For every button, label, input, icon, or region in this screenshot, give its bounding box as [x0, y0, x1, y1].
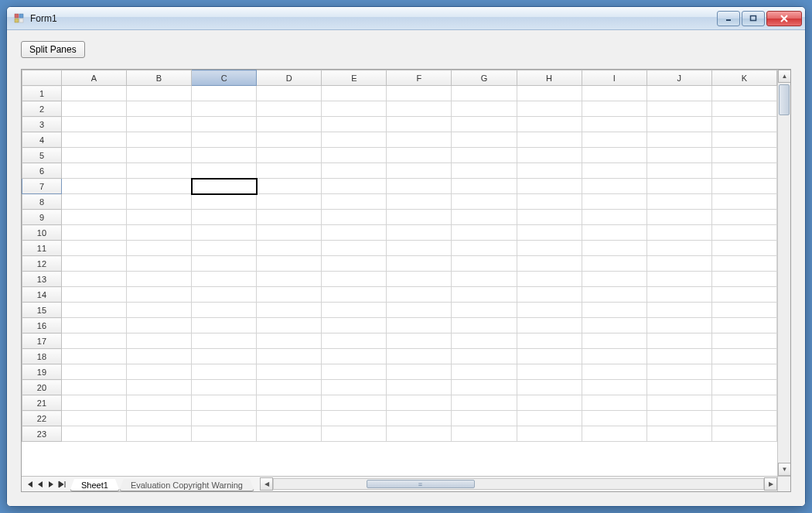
cell[interactable]	[387, 318, 452, 333]
cell[interactable]	[257, 272, 322, 287]
cell[interactable]	[517, 86, 582, 101]
scroll-left-arrow-icon[interactable]: ◀	[260, 477, 273, 491]
cell[interactable]	[257, 287, 322, 303]
cell[interactable]	[126, 179, 191, 194]
cell[interactable]	[452, 132, 517, 148]
cell[interactable]	[322, 287, 387, 303]
row-header[interactable]: 5	[22, 148, 62, 163]
cell[interactable]	[257, 163, 322, 179]
cell[interactable]	[517, 426, 582, 442]
cell[interactable]	[61, 163, 126, 179]
cell[interactable]	[126, 349, 191, 364]
nav-prev-icon[interactable]	[36, 479, 45, 490]
cell[interactable]	[711, 132, 776, 148]
row-header[interactable]: 22	[22, 411, 62, 426]
scroll-down-arrow-icon[interactable]: ▼	[778, 463, 790, 476]
cell[interactable]	[387, 148, 452, 163]
sheet-tab[interactable]: Sheet1	[70, 479, 120, 491]
cell[interactable]	[61, 364, 126, 380]
cell[interactable]	[192, 86, 257, 101]
cell[interactable]	[647, 349, 711, 364]
cell[interactable]	[387, 86, 452, 101]
row-header[interactable]: 20	[22, 380, 62, 395]
row-header[interactable]: 15	[22, 303, 62, 318]
cell[interactable]	[582, 287, 647, 303]
cell[interactable]	[647, 225, 711, 241]
cell[interactable]	[387, 364, 452, 380]
cell[interactable]	[387, 272, 452, 287]
cell[interactable]	[711, 194, 776, 210]
cell[interactable]	[647, 272, 711, 287]
cell[interactable]	[192, 272, 257, 287]
cell[interactable]	[387, 287, 452, 303]
cell[interactable]	[452, 101, 517, 117]
title-bar[interactable]: Form1	[7, 7, 805, 30]
cell[interactable]	[61, 210, 126, 225]
cell[interactable]	[582, 86, 647, 101]
cell[interactable]	[61, 395, 126, 411]
cell[interactable]	[257, 132, 322, 148]
cell[interactable]	[517, 117, 582, 132]
cell[interactable]	[452, 287, 517, 303]
row-header[interactable]: 18	[22, 349, 62, 364]
row-header[interactable]: 11	[22, 241, 62, 256]
cell[interactable]	[582, 426, 647, 442]
column-header[interactable]: B	[126, 70, 191, 86]
cell[interactable]	[582, 225, 647, 241]
row-header[interactable]: 8	[22, 194, 62, 210]
cell[interactable]	[517, 256, 582, 272]
cell[interactable]	[387, 225, 452, 241]
cell[interactable]	[126, 272, 191, 287]
cell[interactable]	[452, 349, 517, 364]
cell[interactable]	[61, 349, 126, 364]
cell[interactable]	[711, 303, 776, 318]
cell[interactable]	[452, 411, 517, 426]
cell[interactable]	[257, 210, 322, 225]
cell[interactable]	[126, 163, 191, 179]
cell[interactable]	[126, 380, 191, 395]
cell[interactable]	[192, 194, 257, 210]
cell[interactable]	[647, 86, 711, 101]
cell[interactable]	[452, 210, 517, 225]
cell[interactable]	[711, 101, 776, 117]
cell[interactable]	[126, 148, 191, 163]
cell[interactable]	[711, 256, 776, 272]
cell[interactable]	[452, 86, 517, 101]
minimize-button[interactable]	[717, 11, 740, 26]
cell[interactable]	[517, 148, 582, 163]
cell[interactable]	[711, 426, 776, 442]
cell[interactable]	[517, 364, 582, 380]
cell[interactable]	[192, 241, 257, 256]
cell[interactable]	[647, 117, 711, 132]
nav-first-icon[interactable]	[25, 479, 34, 490]
cell[interactable]	[192, 225, 257, 241]
cell[interactable]	[257, 364, 322, 380]
cell[interactable]	[257, 194, 322, 210]
cell[interactable]	[387, 132, 452, 148]
cell[interactable]	[647, 380, 711, 395]
column-header[interactable]: C	[192, 70, 257, 86]
cell[interactable]	[322, 163, 387, 179]
cell[interactable]	[322, 426, 387, 442]
cell[interactable]	[452, 272, 517, 287]
cell[interactable]	[582, 333, 647, 349]
cell[interactable]	[322, 272, 387, 287]
cell[interactable]	[647, 194, 711, 210]
cell[interactable]	[61, 318, 126, 333]
cell[interactable]	[387, 194, 452, 210]
cell[interactable]	[387, 256, 452, 272]
cell[interactable]	[517, 225, 582, 241]
cell[interactable]	[257, 179, 322, 194]
cell[interactable]	[257, 411, 322, 426]
cell[interactable]	[387, 163, 452, 179]
row-header[interactable]: 21	[22, 395, 62, 411]
column-header[interactable]: A	[61, 70, 126, 86]
cell[interactable]	[61, 132, 126, 148]
cell[interactable]	[711, 395, 776, 411]
cell[interactable]	[452, 364, 517, 380]
cell[interactable]	[192, 395, 257, 411]
cell[interactable]	[711, 163, 776, 179]
cell[interactable]	[322, 86, 387, 101]
cell[interactable]	[452, 426, 517, 442]
cell[interactable]	[711, 349, 776, 364]
